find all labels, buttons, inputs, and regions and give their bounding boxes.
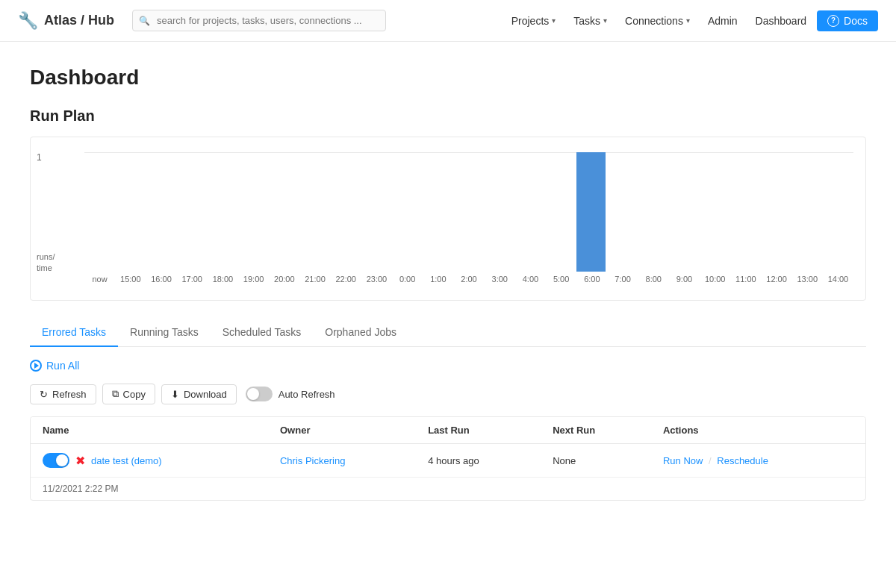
copy-icon: ⧉ bbox=[112, 388, 119, 400]
toggle-on-knob bbox=[56, 454, 68, 466]
search-container: 🔍 bbox=[132, 10, 386, 31]
toolbar: ↻ Refresh ⧉ Copy ⬇ Download Auto Refresh bbox=[30, 384, 866, 404]
main-content: Dashboard Run Plan 1 runs/ time now15:00… bbox=[0, 42, 896, 525]
chart-x-label: 9:00 bbox=[669, 275, 700, 284]
col-last-run: Last Run bbox=[416, 417, 541, 444]
navigation: 🔧 Atlas / Hub 🔍 Projects ▾ Tasks ▾ Conne… bbox=[0, 0, 896, 42]
task-next-run-cell: None bbox=[541, 444, 651, 478]
nav-projects[interactable]: Projects ▾ bbox=[504, 10, 564, 31]
col-next-run: Next Run bbox=[541, 417, 651, 444]
run-all-link[interactable]: Run All bbox=[30, 360, 79, 372]
date-label: 11/2/2021 2:22 PM bbox=[31, 478, 865, 501]
owner-link[interactable]: Chris Pickering bbox=[280, 455, 345, 466]
copy-button[interactable]: ⧉ Copy bbox=[102, 384, 155, 404]
nav-admin[interactable]: Admin bbox=[700, 10, 745, 31]
tabs-bar: Errored Tasks Running Tasks Scheduled Ta… bbox=[30, 319, 866, 347]
download-icon: ⬇ bbox=[171, 389, 179, 400]
run-plan-chart: 1 runs/ time now15:0016:0017:0018:0019:0… bbox=[30, 137, 866, 301]
chart-x-label: 17:00 bbox=[177, 275, 208, 284]
chart-x-label: 8:00 bbox=[638, 275, 669, 284]
chart-x-label: 23:00 bbox=[361, 275, 392, 284]
chart-x-label: 18:00 bbox=[208, 275, 238, 284]
download-button[interactable]: ⬇ Download bbox=[161, 384, 237, 404]
chart-x-label: now bbox=[84, 275, 115, 284]
tab-running-tasks[interactable]: Running Tasks bbox=[118, 319, 211, 347]
chart-x-label: 22:00 bbox=[331, 275, 361, 284]
task-enabled-toggle[interactable] bbox=[43, 453, 69, 468]
chart-x-label: 2:00 bbox=[453, 275, 484, 284]
chart-x-label: 7:00 bbox=[607, 275, 638, 284]
task-name-cell: ✖ date test (demo) bbox=[31, 444, 268, 478]
run-now-link[interactable]: Run Now bbox=[663, 455, 703, 466]
chart-x-label: 12:00 bbox=[761, 275, 791, 284]
run-all-row: Run All bbox=[30, 359, 866, 372]
run-all-label: Run All bbox=[46, 360, 79, 372]
chart-x-label: 13:00 bbox=[792, 275, 823, 284]
chart-x-label: 0:00 bbox=[392, 275, 423, 284]
chart-area bbox=[84, 152, 853, 272]
chart-x-label: 11:00 bbox=[730, 275, 761, 284]
chart-x-label: 21:00 bbox=[299, 275, 330, 284]
chart-x-label: 16:00 bbox=[146, 275, 176, 284]
run-plan-title: Run Plan bbox=[30, 107, 866, 125]
chevron-down-icon: ▾ bbox=[603, 16, 607, 25]
tasks-table: Name Owner Last Run Next Run Actions ✖ bbox=[30, 416, 866, 501]
chart-x-label: 6:00 bbox=[576, 275, 607, 284]
chevron-down-icon: ▾ bbox=[686, 16, 690, 25]
wrench-icon: 🔧 bbox=[18, 11, 38, 31]
col-owner: Owner bbox=[268, 417, 416, 444]
search-icon: 🔍 bbox=[139, 16, 150, 26]
chart-y-label: 1 bbox=[37, 152, 42, 163]
chart-x-label: 19:00 bbox=[238, 275, 269, 284]
task-last-run-cell: 4 hours ago bbox=[416, 444, 541, 478]
task-actions-cell: Run Now / Reschedule bbox=[651, 444, 865, 478]
chart-x-labels: now15:0016:0017:0018:0019:0020:0021:0022… bbox=[84, 275, 853, 290]
play-circle-icon bbox=[30, 360, 42, 372]
chart-x-label: 3:00 bbox=[485, 275, 515, 284]
docs-button[interactable]: ? Docs bbox=[817, 10, 878, 31]
reschedule-link[interactable]: Reschedule bbox=[717, 455, 768, 466]
question-icon: ? bbox=[827, 15, 839, 27]
nav-tasks[interactable]: Tasks ▾ bbox=[566, 10, 615, 31]
nav-links: Projects ▾ Tasks ▾ Connections ▾ Admin D… bbox=[504, 10, 878, 31]
toggle-knob bbox=[247, 388, 259, 400]
chart-x-label: 14:00 bbox=[823, 275, 853, 284]
date-row-container: 11/2/2021 2:22 PM bbox=[31, 478, 865, 501]
chart-x-label: 15:00 bbox=[115, 275, 146, 284]
error-icon: ✖ bbox=[75, 454, 85, 468]
chart-x-label: 20:00 bbox=[269, 275, 299, 284]
nav-dashboard[interactable]: Dashboard bbox=[748, 10, 815, 31]
chevron-down-icon: ▾ bbox=[552, 16, 556, 25]
col-actions: Actions bbox=[651, 417, 865, 444]
nav-connections[interactable]: Connections ▾ bbox=[617, 10, 697, 31]
search-input[interactable] bbox=[132, 10, 386, 31]
chart-x-label: 10:00 bbox=[700, 275, 730, 284]
chart-x-label: 4:00 bbox=[515, 275, 546, 284]
table-body: ✖ date test (demo) Chris Pickering 4 hou… bbox=[31, 444, 865, 501]
chart-x-label: 1:00 bbox=[423, 275, 453, 284]
play-triangle-icon bbox=[34, 363, 39, 369]
task-name-link[interactable]: date test (demo) bbox=[91, 455, 162, 466]
auto-refresh-label: Auto Refresh bbox=[279, 389, 335, 400]
refresh-icon: ↻ bbox=[40, 389, 48, 400]
brand-text: Atlas / Hub bbox=[44, 13, 114, 28]
table-row: ✖ date test (demo) Chris Pickering 4 hou… bbox=[31, 444, 865, 478]
col-name: Name bbox=[31, 417, 268, 444]
page-title: Dashboard bbox=[30, 66, 866, 90]
brand-logo[interactable]: 🔧 Atlas / Hub bbox=[18, 11, 114, 31]
tab-orphaned-jobs[interactable]: Orphaned Jobs bbox=[313, 319, 408, 347]
tab-scheduled-tasks[interactable]: Scheduled Tasks bbox=[211, 319, 314, 347]
chart-bar bbox=[576, 152, 606, 272]
runs-time-label: runs/ time bbox=[37, 251, 55, 273]
task-owner-cell: Chris Pickering bbox=[268, 444, 416, 478]
tab-errored-tasks[interactable]: Errored Tasks bbox=[30, 319, 118, 347]
chart-bars bbox=[84, 152, 853, 272]
table-header: Name Owner Last Run Next Run Actions bbox=[31, 417, 865, 444]
auto-refresh-toggle[interactable] bbox=[246, 387, 273, 401]
chart-x-label: 5:00 bbox=[546, 275, 576, 284]
action-separator: / bbox=[709, 455, 712, 466]
auto-refresh-toggle-wrap: Auto Refresh bbox=[246, 387, 335, 401]
refresh-button[interactable]: ↻ Refresh bbox=[30, 384, 96, 404]
